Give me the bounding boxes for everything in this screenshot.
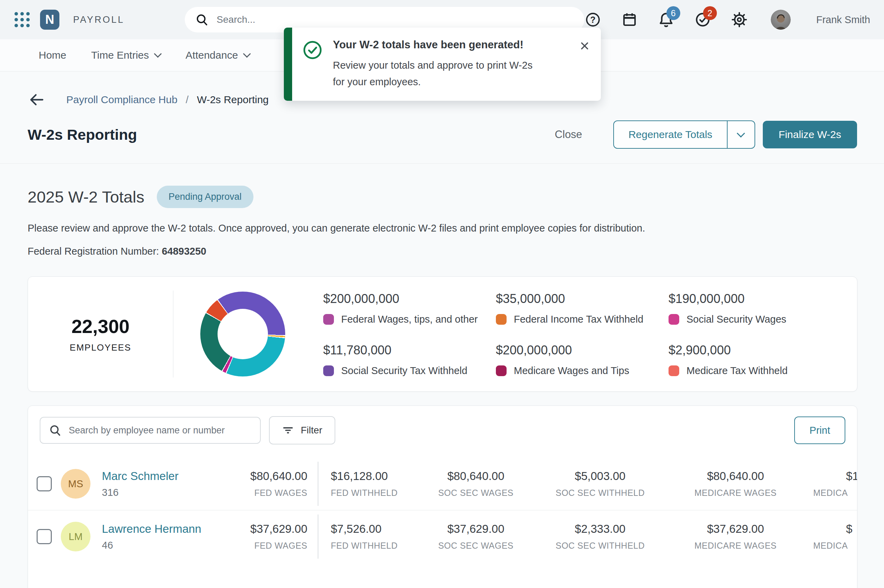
legend-color-swatch [496, 314, 507, 325]
wage-value: $80,640.00 [447, 470, 504, 483]
wage-value: $80,640.00 [707, 470, 764, 483]
nav-item-label: Time Entries [91, 50, 149, 61]
w2-totals-card: 22,300 EMPLOYEES $200,000,000 Federal Wa… [28, 276, 857, 392]
row-checkbox[interactable] [37, 529, 52, 544]
vertical-divider [173, 291, 173, 378]
wage-value: $7,526.00 [331, 522, 382, 536]
legend-color-swatch [496, 365, 507, 376]
wage-value: $5,003.00 [575, 470, 626, 483]
wage-label: MEDICA [813, 541, 848, 551]
chart-legend-item: $200,000,000 Medicare Wages and Tips [496, 343, 669, 376]
app-launcher-icon[interactable] [15, 12, 30, 27]
chart-legend-item: $35,000,000 Federal Income Tax Withheld [496, 292, 669, 325]
column-divider [318, 514, 319, 559]
federal-registration-number: 64893250 [162, 246, 206, 257]
legend-label: Social Security Wages [687, 314, 786, 325]
search-icon [49, 424, 62, 437]
donut-hole [218, 309, 268, 359]
global-search-input[interactable] [216, 14, 574, 26]
nav-item-label: Home [39, 50, 66, 61]
wage-cell: $ MEDICA [813, 522, 852, 551]
notification-count-badge: 6 [666, 6, 680, 20]
section-divider [0, 163, 884, 164]
chart-legend-item: $11,780,000 Social Security Tax Withheld [323, 343, 496, 376]
wage-value: $ [813, 522, 852, 536]
wage-label: MEDICARE WAGES [695, 488, 777, 498]
wage-label: FED WAGES [254, 541, 307, 551]
toast-title: Your W-2 totals have been generated! [333, 39, 575, 51]
calendar-icon[interactable] [621, 11, 638, 28]
toast-close-icon[interactable] [579, 39, 591, 90]
wage-cells: $37,629.00 FED WAGES $7,526.00 FED WITHH… [216, 514, 857, 559]
employee-name-link[interactable]: Lawrence Hermann [102, 522, 216, 536]
settings-gear-icon[interactable] [731, 11, 748, 28]
chevron-down-icon [154, 50, 162, 58]
legend-value: $190,000,000 [669, 292, 827, 306]
legend-value: $200,000,000 [496, 343, 669, 357]
close-button[interactable]: Close [555, 128, 582, 141]
chart-legend-item: $190,000,000 Social Security Wages [669, 292, 827, 325]
nav-item-attendance[interactable]: Attendance [185, 50, 250, 61]
wage-value: $37,629.00 [447, 522, 504, 536]
legend-label: Federal Wages, tips, and other [341, 314, 478, 325]
wage-cell: $37,629.00 FED WAGES [216, 522, 307, 551]
legend-color-swatch [669, 365, 679, 376]
wage-label: MEDICARE WAGES [695, 541, 777, 551]
legend-label: Medicare Tax Withheld [687, 365, 788, 376]
toast-status-bar [284, 28, 292, 101]
legend-value: $11,780,000 [323, 343, 496, 357]
wage-cell: $80,640.00 MEDICARE WAGES [677, 470, 794, 498]
wage-value: $1 [813, 470, 857, 483]
legend-label: Social Security Tax Withheld [341, 365, 467, 376]
employee-table-card: Filter Print MS Marc Schmeler 316 $80,64… [28, 405, 857, 588]
user-name[interactable]: Frank Smith [816, 14, 870, 26]
wage-cell: $37,629.00 SOC SEC WAGES [417, 522, 535, 551]
legend-label: Federal Income Tax Withheld [514, 314, 643, 325]
user-avatar[interactable] [771, 10, 791, 30]
success-check-icon [302, 39, 323, 90]
row-checkbox[interactable] [37, 476, 52, 491]
column-divider [318, 462, 319, 506]
breadcrumb-parent-link[interactable]: Payroll Compliance Hub [66, 94, 177, 106]
table-row: MS Marc Schmeler 316 $80,640.00 FED WAGE… [28, 458, 857, 510]
employee-name-link[interactable]: Marc Schmeler [102, 470, 216, 483]
notifications-bell-icon[interactable]: 6 [657, 11, 675, 28]
totals-description: Please review and approve the W-2 totals… [28, 223, 856, 234]
tasks-check-icon[interactable]: 2 [694, 11, 711, 28]
wage-cell: $5,003.00 SOC SEC WITHHELD [541, 470, 659, 498]
toast-message: Review your totals and approve to print … [333, 57, 547, 90]
nav-item-time-entries[interactable]: Time Entries [91, 50, 161, 61]
help-icon[interactable]: ? [584, 11, 601, 28]
toast-notification: Your W-2 totals have been generated! Rev… [284, 28, 601, 101]
print-button[interactable]: Print [794, 417, 845, 444]
filter-button[interactable]: Filter [269, 416, 335, 444]
task-count-badge: 2 [703, 6, 717, 20]
employee-search-input[interactable] [68, 425, 252, 436]
filter-icon [282, 424, 294, 436]
federal-registration-label: Federal Registration Number: [28, 246, 159, 257]
wage-cell: $7,526.00 FED WITHHELD [331, 522, 417, 551]
employee-avatar: MS [61, 469, 90, 499]
wage-cell: $16,128.00 FED WITHHELD [331, 470, 417, 498]
chevron-down-icon [737, 129, 745, 137]
legend-color-swatch [323, 365, 334, 376]
search-icon [195, 13, 209, 27]
table-row: LM Lawrence Hermann 46 $37,629.00 FED WA… [28, 510, 857, 563]
legend-color-swatch [669, 314, 679, 325]
chart-legend-item: $200,000,000 Federal Wages, tips, and ot… [323, 292, 496, 325]
regenerate-dropdown-toggle[interactable] [728, 121, 755, 148]
breadcrumb-current: W-2s Reporting [197, 94, 269, 106]
legend-value: $200,000,000 [323, 292, 496, 306]
regenerate-totals-button[interactable]: Regenerate Totals [613, 120, 755, 149]
wage-label: SOC SEC WAGES [438, 541, 514, 551]
app-name: PAYROLL [73, 15, 125, 25]
back-arrow-icon[interactable] [28, 91, 45, 109]
wage-value: $16,128.00 [331, 470, 388, 483]
finalize-w2s-button[interactable]: Finalize W-2s [763, 121, 857, 148]
app-logo[interactable]: N [40, 10, 59, 30]
nav-item-home[interactable]: Home [39, 50, 66, 61]
page-title: W-2s Reporting [28, 126, 137, 143]
employee-table-body: MS Marc Schmeler 316 $80,640.00 FED WAGE… [28, 458, 857, 563]
chart-legend-item: $2,900,000 Medicare Tax Withheld [669, 343, 827, 376]
employee-search[interactable] [40, 417, 261, 444]
